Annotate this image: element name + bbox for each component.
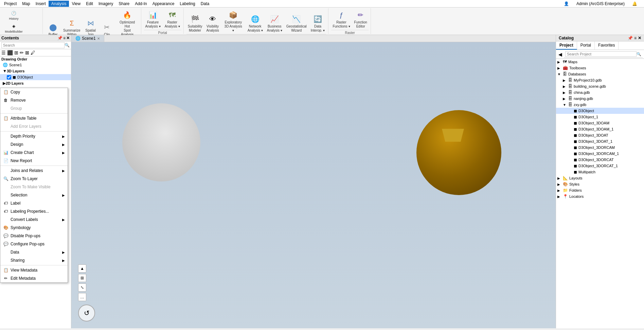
contents-menu-icon[interactable]: ≡ xyxy=(63,36,66,40)
cat-multipatch[interactable]: ◼ Multipatch xyxy=(556,169,644,175)
contents-search-input[interactable] xyxy=(1,42,65,48)
history-button[interactable]: 🕐 History xyxy=(3,9,24,21)
ctx-create-chart[interactable]: 📊 Create Chart ▶ xyxy=(0,149,68,157)
raster-functions-button[interactable]: ƒ RasterFunctions ▾ xyxy=(331,9,351,29)
catalog-back-icon[interactable]: ◀ xyxy=(557,51,563,57)
menu-addin[interactable]: Add-In xyxy=(132,1,149,7)
map-zoom-button[interactable]: ⤡ xyxy=(78,283,86,292)
ctx-depth-priority[interactable]: Depth Priority ▶ xyxy=(0,132,68,140)
contents-close-icon[interactable]: ✕ xyxy=(66,36,70,40)
catalog-tab-project[interactable]: Project xyxy=(556,41,577,50)
compass-circle[interactable]: ↺ xyxy=(78,305,95,322)
ctx-selection[interactable]: Selection ▶ xyxy=(0,191,68,199)
ctx-joins-relates[interactable]: Joins and Relates ▶ xyxy=(0,167,68,175)
ctx-label[interactable]: 🏷 Label xyxy=(0,199,68,207)
summarize-within-button[interactable]: Σ SummarizeWithin xyxy=(62,17,82,37)
catalog-tab-portal[interactable]: Portal xyxy=(577,41,595,50)
cat-d3object-3doat1[interactable]: ◼ D3Object_3DOAT_1 xyxy=(556,138,644,144)
compass[interactable]: ↺ xyxy=(78,305,95,322)
ctx-attribute-table[interactable]: 📋 Attribute Table xyxy=(0,114,68,122)
ctx-data[interactable]: Data ▶ xyxy=(0,248,68,256)
business-analysis-button[interactable]: 📈 BusinessAnalysis ▾ xyxy=(266,13,284,33)
group-icon[interactable]: ⊠ xyxy=(25,50,29,55)
catalog-menu-icon[interactable]: ≡ xyxy=(634,36,637,40)
data-interop-button[interactable]: 🔄 DataInterop. ▾ xyxy=(309,13,326,33)
d3object-checkbox[interactable] xyxy=(7,75,11,80)
feature-analysis-button[interactable]: 📊 FeatureAnalysis ▾ xyxy=(144,9,162,29)
contents-pin-icon[interactable]: 📌 xyxy=(57,36,62,40)
ctx-symbology[interactable]: 🎨 Symbology xyxy=(0,224,68,232)
cat-china[interactable]: ▶ 🗄 china.gdb xyxy=(556,89,644,95)
cat-d3object-3dorcam1[interactable]: ◼ D3Object_3DORCAM_1 xyxy=(556,151,644,157)
ctx-labeling-properties[interactable]: 🏷 Labeling Properties... xyxy=(0,207,68,215)
ctx-disable-popups[interactable]: 💬 Disable Pop-ups xyxy=(0,232,68,240)
catalog-search-button[interactable]: 🔍 xyxy=(637,52,641,56)
function-editor-button[interactable]: ✏ FunctionEditor xyxy=(353,9,369,29)
edit-icon[interactable]: 🖊 xyxy=(31,50,35,55)
scene-viewport[interactable]: ▲ ⊞ ⤡ … ↺ xyxy=(71,42,556,328)
2d-layers-header[interactable]: ▶ 2D Layers xyxy=(0,80,71,86)
cat-d3object-3doam1[interactable]: ◼ D3Object_3DOAM_1 xyxy=(556,126,644,132)
cat-myproject10[interactable]: ▶ 🗄 MyProject10.gdb xyxy=(556,77,644,83)
ctx-copy[interactable]: 📋 Copy xyxy=(0,88,68,96)
menu-insert[interactable]: Insert xyxy=(33,1,49,7)
catalog-close-icon[interactable]: ✕ xyxy=(638,36,641,40)
visibility-analysis-button[interactable]: 👁 VisibilityAnalysis xyxy=(205,13,220,33)
ctx-configure-popups[interactable]: 💬 Configure Pop-ups xyxy=(0,240,68,248)
menu-map[interactable]: Map xyxy=(19,1,33,7)
menu-imagery[interactable]: Imagery xyxy=(96,1,116,7)
menu-appearance[interactable]: Appearance xyxy=(150,1,177,7)
cat-folders[interactable]: ▶ 📁 Folders xyxy=(556,187,644,193)
menu-project[interactable]: Project xyxy=(1,1,19,7)
cat-nanjing[interactable]: ▶ 🗄 nanjing.gdb xyxy=(556,95,644,102)
map-expand-button[interactable]: ⊞ xyxy=(78,274,86,282)
menu-edit[interactable]: Edit xyxy=(83,1,96,7)
optimized-hotspot-button[interactable]: 🔥 Optimized HotSpot Analysis xyxy=(116,9,139,37)
catalog-search-input[interactable] xyxy=(565,51,637,57)
menu-analysis[interactable]: Analysis xyxy=(49,1,69,7)
geostatistical-wizard-button[interactable]: 📉 GeostatisticalWizard xyxy=(285,13,308,33)
raster-analysis-button[interactable]: 🗺 RasterAnalysis ▾ xyxy=(163,9,181,29)
cat-zxy[interactable]: ▼ 🗄 zxy.gdb xyxy=(556,102,644,108)
cat-locators[interactable]: ▶ 📍 Locators xyxy=(556,193,644,199)
notification-icon[interactable]: 🔔 xyxy=(629,1,640,7)
exploratory-3d-button[interactable]: 📦 Exploratory3D Analysis ▾ xyxy=(222,9,245,33)
menu-view[interactable]: View xyxy=(69,1,83,7)
menu-data[interactable]: Data xyxy=(198,1,212,7)
ctx-new-report[interactable]: 📄 New Report xyxy=(0,157,68,165)
menu-labeling[interactable]: Labeling xyxy=(177,1,198,7)
modelbuilder-button[interactable]: ◈ ModelBuilder xyxy=(3,22,24,34)
draw-icon[interactable]: ✏ xyxy=(20,50,24,55)
cat-databases[interactable]: ▼ 🗄 Databases xyxy=(556,71,644,77)
3d-layers-header[interactable]: ▼ 3D Layers xyxy=(0,68,71,74)
network-analysis-button[interactable]: 🌐 NetworkAnalysis ▾ xyxy=(246,13,264,33)
ctx-convert-labels[interactable]: Convert Labels ▶ xyxy=(0,215,68,224)
contents-search-button[interactable]: 🔍 xyxy=(65,43,70,48)
cat-d3object-3dorcam[interactable]: ◼ D3Object_3DORCAM xyxy=(556,144,644,151)
filter-icon[interactable]: ⊞ xyxy=(14,50,18,55)
ctx-remove[interactable]: 🗑 Remove xyxy=(0,96,68,104)
catalog-tab-favorites[interactable]: Favorites xyxy=(595,41,619,50)
map-info-button[interactable]: … xyxy=(78,293,86,301)
cat-d3object-3dorcat1[interactable]: ◼ D3Object_3DORCAT_1 xyxy=(556,163,644,169)
cat-layouts[interactable]: ▶ 📐 Layouts xyxy=(556,175,644,181)
d3object-item[interactable]: ◼ D3Object xyxy=(0,74,71,80)
spatial-join-button[interactable]: ⋈ SpatialJoin xyxy=(83,17,98,37)
ctx-view-metadata[interactable]: 📋 View Metadata xyxy=(0,266,68,274)
suitability-modeler-button[interactable]: 🏁 SuitabilityModeler xyxy=(186,13,204,33)
cat-d3object1[interactable]: ◼ D3Object_1 xyxy=(556,114,644,120)
ctx-sharing[interactable]: Sharing ▶ xyxy=(0,256,68,264)
ctx-design[interactable]: Design ▶ xyxy=(0,140,68,149)
scene1-tab-close-icon[interactable]: ✕ xyxy=(97,37,100,40)
cat-d3object-3doam[interactable]: ◼ D3Object_3DOAM xyxy=(556,120,644,126)
catalog-pin-icon[interactable]: 📌 xyxy=(628,36,633,40)
list-view-icon[interactable]: ☰ xyxy=(1,50,6,55)
cat-maps[interactable]: ▶ 🗺 Maps xyxy=(556,59,644,65)
map-north-button[interactable]: ▲ xyxy=(78,264,86,273)
menu-share[interactable]: Share xyxy=(116,1,132,7)
layer-view-icon[interactable]: ⬛ xyxy=(7,50,13,55)
ctx-zoom-to-layer[interactable]: 🔍 Zoom To Layer xyxy=(0,175,68,183)
scene1-tab[interactable]: 🌐 Scene1 ✕ xyxy=(71,35,104,42)
ctx-edit-metadata[interactable]: ✏ Edit Metadata xyxy=(0,274,68,282)
cat-styles[interactable]: ▶ 🎨 Styles xyxy=(556,181,644,187)
